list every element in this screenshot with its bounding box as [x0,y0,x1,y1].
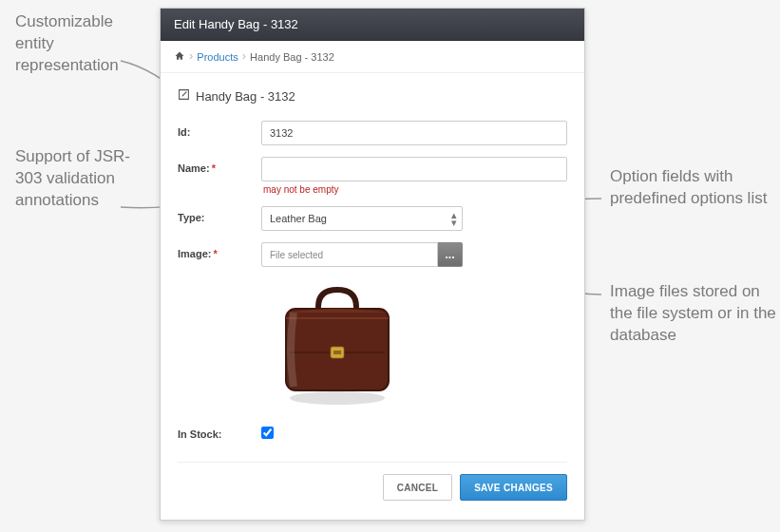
breadcrumb-products-link[interactable]: Products [197,51,238,63]
form-row-image: Image:* File selected ... [178,237,567,409]
name-label: Name:* [178,157,261,174]
id-input[interactable] [261,121,567,145]
form-actions: CANCEL SAVE CHANGES [178,462,567,501]
edit-icon [178,88,190,104]
id-label: Id: [178,121,261,138]
instock-checkbox[interactable] [261,427,274,439]
annotation-option-fields: Option fields with predefined options li… [610,166,776,210]
image-preview [261,276,413,409]
section-title: Handy Bag - 3132 [178,83,567,115]
type-label: Type: [178,206,261,223]
annotation-entity-repr: Customizable entity representation [15,11,148,77]
svg-rect-5 [333,351,341,354]
form-row-type: Type: Leather Bag ▴▾ [178,200,567,237]
image-file-status: File selected [261,242,438,267]
edit-panel: Edit Handy Bag - 3132 › Products › Handy… [160,8,585,521]
home-icon[interactable] [174,50,185,64]
svg-point-0 [290,391,385,405]
annotation-validation: Support of JSR-303 validation annotation… [15,146,148,212]
breadcrumb-sep-icon: › [189,48,193,63]
form-row-instock: In Stock: [178,417,567,448]
name-error: may not be empty [263,184,567,195]
image-label: Image:* [178,242,261,259]
breadcrumb: › Products › Handy Bag - 3132 [161,41,584,73]
type-selected-value: Leather Bag [270,213,327,224]
briefcase-icon [261,276,413,409]
cancel-button[interactable]: CANCEL [383,474,452,501]
instock-label: In Stock: [178,423,261,440]
form-content: Handy Bag - 3132 Id: Name:* may not be e… [161,73,584,514]
image-browse-button[interactable]: ... [438,242,463,267]
form-row-id: Id: [178,115,567,151]
name-input[interactable] [261,157,567,181]
form-row-name: Name:* may not be empty [178,151,567,200]
save-button[interactable]: SAVE CHANGES [460,474,567,501]
panel-title: Edit Handy Bag - 3132 [161,9,584,41]
chevron-updown-icon: ▴▾ [451,211,456,226]
type-select[interactable]: Leather Bag ▴▾ [261,206,463,231]
section-title-text: Handy Bag - 3132 [196,89,295,104]
breadcrumb-sep-icon: › [242,48,246,63]
breadcrumb-current: Handy Bag - 3132 [250,51,334,63]
annotation-image-storage: Image files stored on the file system or… [610,281,776,347]
